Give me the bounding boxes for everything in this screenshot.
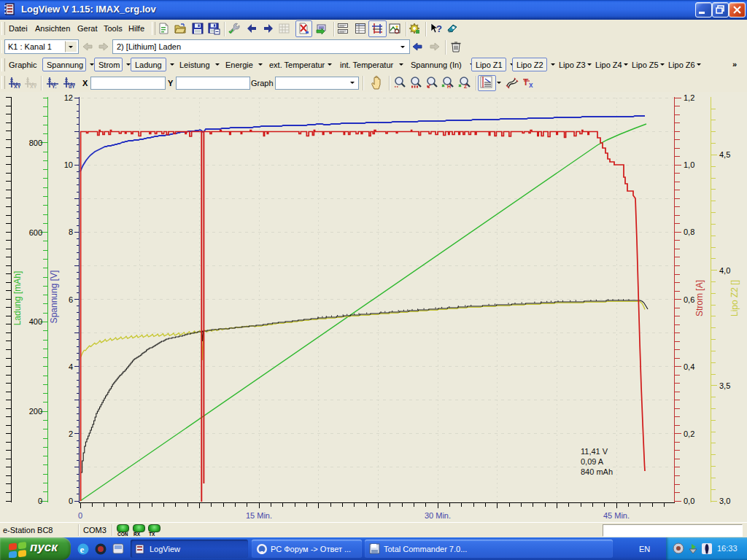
svg-text:x: x (529, 81, 533, 89)
svg-text:0,2: 0,2 (684, 429, 694, 438)
svg-text:T: T (523, 77, 529, 88)
svg-text:Spannung [V]: Spannung [V] (49, 271, 59, 324)
svg-text:Ladung [mAh]: Ladung [mAh] (12, 271, 23, 326)
svg-text:?: ? (436, 23, 442, 34)
svg-text:30 Min.: 30 Min. (425, 511, 451, 520)
svg-text:0: 0 (38, 497, 42, 505)
svg-text:4,0: 4,0 (719, 266, 730, 275)
svg-text:600: 600 (29, 228, 42, 237)
svg-text:Lipo Z2 []: Lipo Z2 [] (729, 280, 740, 316)
svg-text:Y:: Y: (52, 84, 56, 89)
svg-text:0,4: 0,4 (684, 362, 694, 371)
svg-text:0,09 A: 0,09 A (581, 457, 604, 466)
svg-text:0,6: 0,6 (684, 295, 694, 304)
svg-text:2: 2 (69, 429, 73, 438)
svg-text:200: 200 (29, 407, 42, 416)
svg-text:Strom [A]: Strom [A] (694, 280, 705, 316)
svg-text:0: 0 (69, 497, 73, 505)
svg-text:Z: Z (464, 84, 468, 89)
svg-text:0,0: 0,0 (684, 497, 694, 505)
svg-text:3,0: 3,0 (719, 497, 730, 505)
svg-text:4,5: 4,5 (719, 150, 730, 159)
svg-text:1,2: 1,2 (684, 93, 694, 102)
svg-text:0,8: 0,8 (684, 228, 694, 236)
svg-text:0: 0 (78, 511, 82, 520)
svg-text:12: 12 (64, 93, 73, 102)
svg-text:11,41 V: 11,41 V (581, 447, 608, 456)
svg-text:8: 8 (69, 228, 73, 236)
svg-text:10: 10 (64, 160, 73, 169)
svg-text:4: 4 (69, 362, 73, 371)
svg-text:XY: XY (14, 84, 21, 89)
svg-text:H: H (447, 84, 451, 89)
svg-text:15 Min.: 15 Min. (246, 511, 272, 520)
svg-text:3,5: 3,5 (719, 381, 730, 390)
svg-text:840 mAh: 840 mAh (581, 467, 613, 476)
svg-text:dY: dY (69, 84, 75, 89)
svg-text:6: 6 (69, 295, 73, 304)
svg-text:1,0: 1,0 (684, 160, 694, 169)
svg-text:45 Min.: 45 Min. (603, 511, 630, 520)
svg-text:400: 400 (29, 317, 42, 326)
svg-text:800: 800 (29, 139, 42, 147)
svg-text:e: e (80, 544, 85, 555)
svg-text:XY: XY (30, 84, 37, 89)
